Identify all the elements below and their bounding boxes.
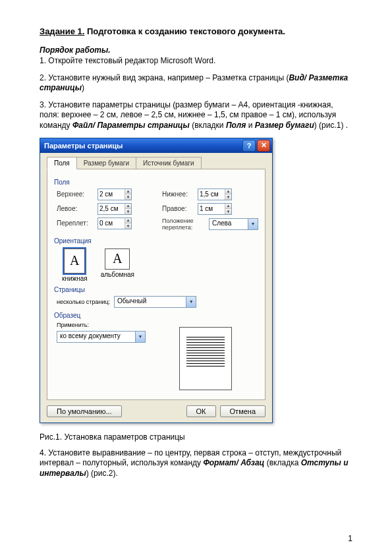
group-pages: Страницы [54,286,258,293]
page-preview [179,327,232,390]
label-gutter: Переплет: [57,219,94,227]
label-gutter-position: Положение переплета: [162,218,205,231]
orientation-landscape[interactable]: A альбомная [101,248,134,282]
up-icon[interactable]: ▲ [125,204,131,210]
label-several-pages: несколько страниц: [57,299,110,305]
tab-paper-size[interactable]: Размер бумаги [76,157,136,169]
orientation-portrait[interactable]: A книжная [62,248,88,282]
down-icon[interactable]: ▼ [125,223,131,229]
group-preview: Образец [54,312,258,319]
task-heading: Задание 1. Подготовка к созданию текстов… [40,26,352,36]
input-top[interactable] [98,189,125,200]
group-margins: Поля [54,179,258,186]
dialog-title: Параметры страницы [44,142,242,150]
label-left: Левое: [57,205,94,212]
combo-gutter-position[interactable]: Слева ▼ [209,218,258,230]
cancel-button[interactable]: Отмена [220,405,266,417]
label-bottom: Нижнее: [162,190,194,198]
task-title-text: Подготовка к созданию текстового докумен… [87,26,285,36]
input-gutter[interactable] [98,218,125,229]
input-right[interactable] [198,204,225,214]
tab-panel-fields: Поля Верхнее: ▲▼ Левое: [47,169,266,400]
input-left[interactable] [98,204,125,214]
task-label: Задание 1. [40,26,84,36]
ok-button[interactable]: ОК [186,405,216,417]
close-button[interactable]: ✕ [257,140,270,152]
dialog-titlebar[interactable]: Параметры страницы ? ✕ [40,138,272,153]
up-icon[interactable]: ▲ [125,189,131,195]
step-2: 2. Установите нужный вид экрана, наприме… [40,73,352,94]
chevron-down-icon[interactable]: ▼ [135,332,145,342]
step-1: 1. Откройте текстовый редактор Microsoft… [40,56,352,67]
combo-apply-to[interactable]: ко всему документу ▼ [57,331,146,343]
step-3: 3. Установите параметры страницы (размер… [40,100,352,131]
work-order-heading: Порядок работы. [40,45,352,55]
page-landscape-icon: A [105,248,130,270]
up-icon[interactable]: ▲ [225,204,231,210]
tab-paper-source[interactable]: Источник бумаги [136,157,202,169]
label-right: Правое: [162,205,194,212]
spinner-right[interactable]: ▲▼ [198,203,232,215]
tab-strip: Поля Размер бумаги Источник бумаги [47,157,266,169]
figure-caption: Рис.1. Установка параметров страницы [40,432,352,442]
up-icon[interactable]: ▲ [125,218,131,224]
chevron-down-icon[interactable]: ▼ [248,219,258,229]
help-button[interactable]: ? [242,140,256,152]
down-icon[interactable]: ▼ [225,194,231,200]
combo-several-pages[interactable]: Обычный ▼ [114,296,196,308]
step-4: 4. Установите выравнивание – по центру, … [40,448,352,479]
up-icon[interactable]: ▲ [225,189,231,195]
tab-fields[interactable]: Поля [47,157,77,169]
spinner-top[interactable]: ▲▼ [98,189,132,200]
spinner-gutter[interactable]: ▲▼ [98,218,132,229]
page-setup-dialog: Параметры страницы ? ✕ Поля Размер бумаг… [40,138,273,423]
chevron-down-icon[interactable]: ▼ [186,297,196,307]
page-portrait-icon: A [64,248,85,274]
group-orientation: Ориентация [54,237,258,245]
page-number: 1 [348,534,352,543]
down-icon[interactable]: ▼ [125,194,131,200]
default-button[interactable]: По умолчанию... [47,405,122,417]
spinner-bottom[interactable]: ▲▼ [198,189,232,200]
label-apply-to: Применить: [57,322,89,328]
down-icon[interactable]: ▼ [225,209,231,214]
spinner-left[interactable]: ▲▼ [98,203,132,215]
input-bottom[interactable] [198,189,225,200]
label-top: Верхнее: [57,190,94,198]
down-icon[interactable]: ▼ [125,209,131,214]
